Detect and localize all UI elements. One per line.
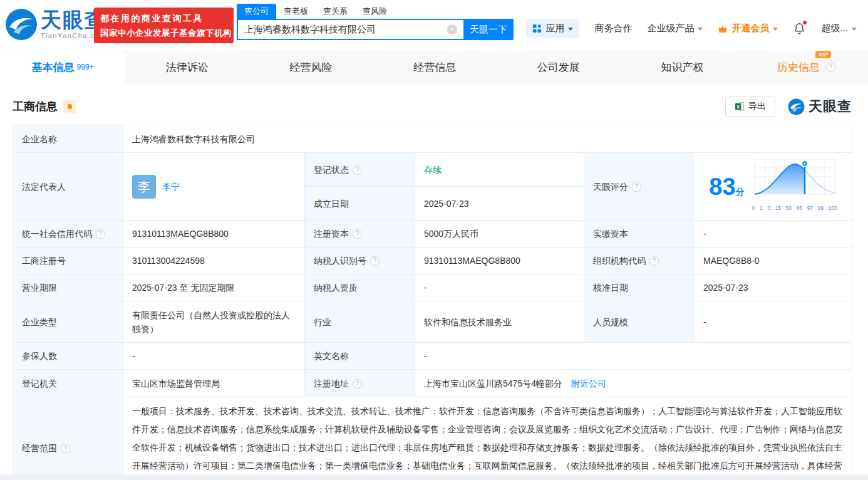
export-button[interactable]: X 导出 xyxy=(725,97,775,117)
table-row: 登记机关 宝山区市场监督管理局 注册地址? 上海市宝山区蕰川路5475号4幢部分… xyxy=(13,370,852,397)
chevron-down-icon xyxy=(773,28,778,31)
field-label: 天眼评分? xyxy=(584,153,695,221)
section-header: 工商信息 X 导出 天眼查 xyxy=(13,96,852,117)
field-label: 人员规模 xyxy=(584,301,695,343)
tab-label: 公司发展 xyxy=(537,60,580,75)
table-row: 法定代表人 李 李宁 登记状态? 存续 天眼评分? 83分 xyxy=(13,153,852,187)
help-icon[interactable]: ? xyxy=(370,256,380,266)
legal-rep-cell: 李 李宁 xyxy=(123,153,305,221)
field-label: 行业 xyxy=(305,301,415,343)
tab-history-info[interactable]: 历史信息 VIP ? xyxy=(744,51,868,83)
field-value: 2025-07-23 至 无固定期限 xyxy=(123,274,305,301)
tab-basic-info[interactable]: 基本信息 999+ xyxy=(0,51,125,83)
export-label: 导出 xyxy=(748,101,766,112)
tyc-logo[interactable]: 天眼查 TianYanCha.com xyxy=(5,8,106,41)
score-axis-labels: 0131550859799100 xyxy=(752,201,837,215)
field-label: 实缴资本 xyxy=(584,221,695,248)
score-cell: 83分 xyxy=(695,153,852,221)
nav-apps-label: 应用 xyxy=(545,23,564,34)
chevron-down-icon xyxy=(568,28,573,31)
field-value: 5000万人民币 xyxy=(415,221,584,248)
field-value: 310113004224598 xyxy=(123,248,305,274)
search-area: 查公司 查老板 查关系 查风险 × 天眼一下 xyxy=(237,4,514,40)
search-tab-risk[interactable]: 查风险 xyxy=(355,4,395,19)
search-tab-relation[interactable]: 查关系 xyxy=(316,4,355,19)
section-title: 工商信息 xyxy=(13,99,58,114)
table-row: 企业名称 上海鸿睿数科数字科技有限公司 xyxy=(13,125,852,153)
nav-business-cooperation[interactable]: 商务合作 xyxy=(594,23,632,34)
legal-rep-avatar[interactable]: 李 xyxy=(132,175,156,199)
top-nav: 应用 商务合作 企业级产品 开通会员 超级... xyxy=(526,19,857,38)
field-label: 登记状态? xyxy=(305,153,415,187)
field-label: 统一社会信用代码? xyxy=(13,221,123,248)
help-icon[interactable]: ? xyxy=(353,165,362,175)
table-row: 工商注册号 310113004224598 纳税人识别号? 91310113MA… xyxy=(13,248,852,274)
notification-bell[interactable] xyxy=(793,22,806,35)
notification-red-dot xyxy=(802,20,807,25)
field-label: 参保人数 xyxy=(13,343,123,370)
field-value: MAEQG8B8-0 xyxy=(695,248,852,274)
field-label: 纳税人识别号? xyxy=(305,248,415,274)
help-icon[interactable]: ? xyxy=(61,444,70,453)
score-value: 83 xyxy=(709,174,735,200)
excel-icon: X xyxy=(735,102,745,112)
top-header: 天眼查 TianYanCha.com 都在用的商业查询工具 国家中小企业发展子基… xyxy=(0,0,868,51)
search-button[interactable]: 天眼一下 xyxy=(463,19,514,40)
company-search-input[interactable] xyxy=(237,19,463,40)
field-label: 经营范围? xyxy=(13,397,123,475)
help-icon[interactable]: ? xyxy=(649,256,659,266)
field-label: 纳税人资质 xyxy=(305,274,415,301)
tab-intellectual-property[interactable]: 知识产权 xyxy=(621,51,745,83)
help-icon[interactable]: ? xyxy=(353,229,362,239)
nav-apps[interactable]: 应用 xyxy=(526,19,579,38)
score-unit: 分 xyxy=(736,187,745,197)
section-tabbar: 基本信息 999+ 法律诉讼 经营风险 经营信息 公司发展 知识产权 历史信息 … xyxy=(0,51,868,83)
field-value: - xyxy=(415,343,852,370)
watermark-logo: 天眼查 xyxy=(788,97,852,116)
table-row: 参保人数 - 英文名称 - xyxy=(13,343,852,370)
legal-rep-link[interactable]: 李宁 xyxy=(162,180,180,194)
search-tab-company[interactable]: 查公司 xyxy=(237,4,276,19)
company-name-value: 上海鸿睿数科数字科技有限公司 xyxy=(123,125,852,153)
field-label: 核准日期 xyxy=(584,274,695,301)
address-value: 上海市宝山区蕰川路5475号4幢部分 xyxy=(424,378,562,389)
tab-label: 基本信息 xyxy=(31,60,74,75)
field-value: - xyxy=(695,221,852,248)
tab-company-development[interactable]: 公司发展 xyxy=(497,51,621,83)
address-cell: 上海市宝山区蕰川路5475号4幢部分 附近公司 xyxy=(415,370,852,397)
field-value: - xyxy=(415,274,584,301)
nav-enterprise-products[interactable]: 企业级产品 xyxy=(647,23,703,34)
clear-icon[interactable]: × xyxy=(447,24,457,34)
apps-grid-icon xyxy=(532,24,542,33)
tab-count-badge: 999+ xyxy=(76,63,93,71)
nav-super-vip-label: 超级... xyxy=(821,23,848,34)
help-icon[interactable]: ? xyxy=(826,63,835,72)
tab-legal-litigation[interactable]: 法律诉讼 xyxy=(125,51,249,83)
search-tab-boss[interactable]: 查老板 xyxy=(276,4,316,19)
field-label: 注册资本? xyxy=(305,221,415,248)
table-row: 营业期限 2025-07-23 至 无固定期限 纳税人资质 - 核准日期 202… xyxy=(13,274,852,301)
monitor-bell-chip[interactable] xyxy=(63,100,76,113)
tab-business-info[interactable]: 经营信息 xyxy=(373,51,497,83)
chevron-down-icon xyxy=(698,28,703,31)
bell-icon xyxy=(66,103,74,111)
crown-icon xyxy=(718,24,728,33)
field-value: 91310113MAEQG8B800 xyxy=(123,221,305,248)
nav-open-vip[interactable]: 开通会员 xyxy=(718,23,778,34)
field-label: 工商注册号 xyxy=(13,248,123,274)
table-row: 企业类型 有限责任公司（自然人投资或控股的法人独资） 行业 软件和信息技术服务业… xyxy=(13,301,852,343)
svg-text:X: X xyxy=(736,104,740,110)
field-value: - xyxy=(695,301,852,343)
tab-label: 历史信息 xyxy=(777,61,820,73)
help-icon[interactable]: ? xyxy=(632,182,641,192)
main-content: 工商信息 X 导出 天眼查 xyxy=(0,83,868,474)
nearby-company-link[interactable]: 附近公司 xyxy=(571,378,606,389)
status-badge: 存续 xyxy=(415,153,584,187)
nav-super-vip[interactable]: 超级... xyxy=(821,23,857,34)
field-value: 软件和信息技术服务业 xyxy=(415,301,584,343)
tab-business-risk[interactable]: 经营风险 xyxy=(249,51,373,83)
help-icon[interactable]: ? xyxy=(96,229,105,239)
help-icon[interactable]: ? xyxy=(353,379,362,389)
field-label: 英文名称 xyxy=(305,343,415,370)
field-label: 注册地址? xyxy=(305,370,415,397)
